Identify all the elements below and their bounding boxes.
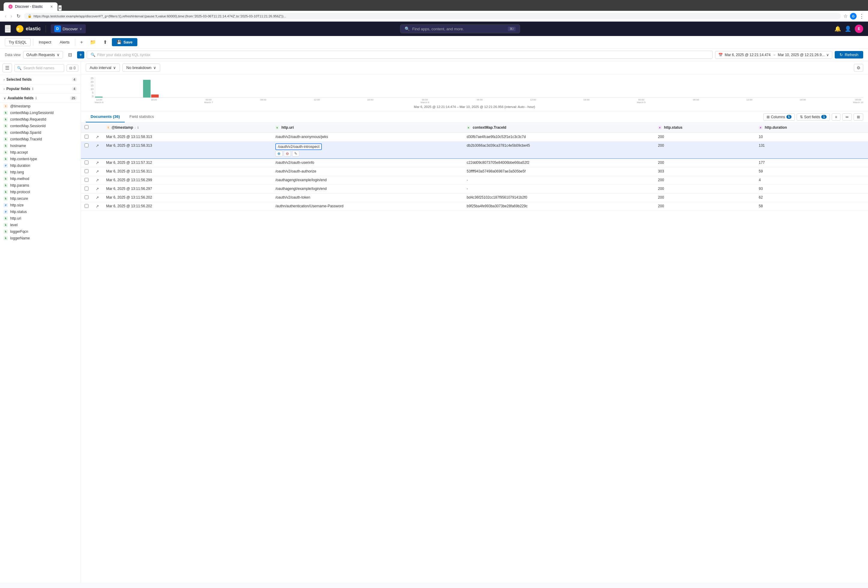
url-bar[interactable]: 🔒 https://logs.testcluster.example/app/d… bbox=[24, 13, 841, 19]
th-http-duration[interactable]: # http.duration bbox=[755, 123, 868, 133]
date-range-picker[interactable]: 📅 Mar 6, 2025 @ 12:21:14.474 → Mar 10, 2… bbox=[715, 51, 832, 59]
row-checkbox[interactable] bbox=[84, 195, 89, 199]
row-expand-button[interactable]: ↗ bbox=[96, 135, 99, 139]
share-button[interactable]: ⬆ bbox=[101, 38, 109, 46]
field-item[interactable]: k http.uri bbox=[0, 215, 81, 222]
row-checkbox[interactable] bbox=[84, 178, 89, 182]
browser-menu-button[interactable]: ⋮ bbox=[859, 13, 864, 19]
histogram-bar[interactable] bbox=[151, 95, 159, 98]
field-item[interactable]: # http.duration bbox=[0, 162, 81, 169]
notifications-icon[interactable]: 🔔 bbox=[834, 25, 841, 32]
row-checkbox[interactable] bbox=[84, 169, 89, 173]
th-http-status[interactable]: # http.status bbox=[654, 123, 755, 133]
browser-user-avatar[interactable]: G bbox=[850, 13, 856, 19]
forward-button[interactable]: › bbox=[9, 13, 13, 19]
save-button[interactable]: 💾 Save bbox=[112, 38, 137, 46]
field-type-icon: k bbox=[4, 111, 8, 115]
users-icon[interactable]: 👤 bbox=[844, 25, 851, 32]
field-item[interactable]: k loggerFqcn bbox=[0, 228, 81, 235]
field-filter-count-button[interactable]: ⊟ 0 bbox=[66, 65, 78, 72]
row-timestamp: Mar 6, 2025 @ 13:11:56.311 bbox=[103, 167, 272, 176]
row-expand-button[interactable]: ↗ bbox=[96, 204, 99, 208]
search-fields-input[interactable]: 🔍 Search field names bbox=[15, 64, 64, 72]
add-filter-button[interactable]: + bbox=[77, 51, 84, 59]
hamburger-menu[interactable]: ☰ bbox=[5, 25, 11, 33]
field-item[interactable]: k level bbox=[0, 222, 81, 228]
filter-options-button[interactable]: ⊟ bbox=[65, 50, 75, 59]
select-all-checkbox[interactable] bbox=[84, 125, 89, 129]
tab-documents[interactable]: Documents (36) bbox=[86, 111, 125, 123]
grid-settings-button[interactable]: ⊞ bbox=[853, 114, 863, 121]
bookmark-icon[interactable]: ☆ bbox=[843, 13, 847, 19]
field-item[interactable]: t @timestamp bbox=[0, 103, 81, 109]
field-item[interactable]: # http.status bbox=[0, 208, 81, 215]
reload-button[interactable]: ↻ bbox=[15, 13, 22, 19]
available-fields-header[interactable]: ∨ Available fields ℹ 25 bbox=[0, 94, 81, 103]
field-item[interactable]: k contextMap.LongSessionId bbox=[0, 109, 81, 116]
row-trace-id: b9f25ba4fe993ba3073be28fa69b229c bbox=[463, 202, 654, 211]
field-item[interactable]: k http.method bbox=[0, 176, 81, 182]
row-expand-button[interactable]: ↗ bbox=[96, 161, 99, 165]
histogram-bars[interactable] bbox=[95, 77, 863, 98]
field-item[interactable]: k contextMap.RequestId bbox=[0, 116, 81, 123]
fields-toggle-button[interactable]: ☰ bbox=[2, 64, 12, 72]
global-search-bar[interactable]: 🔍 Find apps, content, and more. ⌘/ bbox=[400, 24, 520, 33]
histogram-bar[interactable] bbox=[95, 97, 103, 98]
row-checkbox[interactable] bbox=[84, 204, 89, 208]
row-expand-button[interactable]: ↗ bbox=[96, 143, 99, 148]
field-item[interactable]: k http.secure bbox=[0, 195, 81, 202]
discover-nav-button[interactable]: D Discover ∨ bbox=[51, 24, 86, 33]
chart-settings-button[interactable]: ⚙ bbox=[854, 64, 863, 72]
selected-fields-header[interactable]: › Selected fields 4 bbox=[0, 75, 81, 84]
data-view-selector[interactable]: OAuth Requests ∨ bbox=[23, 51, 63, 59]
row-expand-button[interactable]: ↗ bbox=[96, 195, 99, 200]
browser-tab-active[interactable]: e Discover - Elastic × bbox=[4, 2, 58, 11]
row-checkbox[interactable] bbox=[84, 135, 89, 139]
field-item[interactable]: k http.content-type bbox=[0, 156, 81, 162]
field-type-icon: k bbox=[4, 216, 8, 220]
breakdown-selector[interactable]: No breakdown ∨ bbox=[123, 64, 160, 72]
refresh-button[interactable]: ↻ Refresh bbox=[835, 51, 863, 59]
field-name: hostname bbox=[10, 144, 77, 148]
row-height-button[interactable]: ≡ bbox=[832, 114, 840, 121]
columns-button[interactable]: ⊞ Columns 5 bbox=[763, 114, 795, 121]
tab-close-button[interactable]: × bbox=[50, 4, 53, 9]
add-to-dashboard-button[interactable]: + bbox=[78, 38, 85, 46]
row-action-inspect[interactable]: ✎ bbox=[292, 151, 299, 157]
new-tab-button[interactable]: + bbox=[58, 5, 62, 11]
open-folder-button[interactable]: 📁 bbox=[87, 38, 98, 46]
user-account-button[interactable]: E bbox=[855, 25, 863, 33]
back-button[interactable]: ‹ bbox=[4, 13, 7, 19]
field-item[interactable]: k contextMap.SpanId bbox=[0, 129, 81, 136]
field-item[interactable]: k http.lang bbox=[0, 169, 81, 176]
field-item[interactable]: k http.protocol bbox=[0, 189, 81, 195]
field-item[interactable]: # http.size bbox=[0, 202, 81, 208]
field-item[interactable]: k contextMap.SessionId bbox=[0, 123, 81, 129]
popular-fields-header[interactable]: › Popular fields ℹ 4 bbox=[0, 84, 81, 94]
row-checkbox[interactable] bbox=[84, 143, 89, 147]
tab-field-statistics[interactable]: Field statistics bbox=[125, 111, 159, 123]
row-action-plus[interactable]: ⊕ bbox=[275, 151, 282, 157]
row-expand-button[interactable]: ↗ bbox=[96, 178, 99, 182]
column-width-button[interactable]: ⇔ bbox=[842, 114, 852, 121]
th-timestamp[interactable]: t @timestamp ↓ ℹ bbox=[103, 123, 272, 133]
row-checkbox[interactable] bbox=[84, 187, 89, 191]
th-trace-id[interactable]: k contextMap.TraceId bbox=[463, 123, 654, 133]
row-expand-button[interactable]: ↗ bbox=[96, 169, 99, 174]
row-action-minus[interactable]: ⊖ bbox=[284, 151, 291, 157]
field-item[interactable]: k http.params bbox=[0, 182, 81, 189]
alerts-button[interactable]: Alerts bbox=[57, 38, 72, 46]
kql-filter-input[interactable]: 🔍 Filter your data using KQL syntax bbox=[87, 51, 713, 59]
field-item[interactable]: k loggerName bbox=[0, 235, 81, 241]
sort-fields-button[interactable]: ⇅ Sort fields 1 bbox=[797, 114, 830, 121]
interval-selector[interactable]: Auto interval ∨ bbox=[86, 64, 120, 72]
field-item[interactable]: k contextMap.TraceId bbox=[0, 136, 81, 142]
histogram-bar[interactable] bbox=[143, 80, 151, 98]
field-item[interactable]: k http.accept bbox=[0, 149, 81, 156]
try-esql-button[interactable]: Try ES|QL bbox=[5, 38, 31, 46]
th-http-uri[interactable]: k http.uri bbox=[272, 123, 463, 133]
row-checkbox[interactable] bbox=[84, 161, 89, 164]
row-expand-button[interactable]: ↗ bbox=[96, 187, 99, 191]
field-item[interactable]: k hostname bbox=[0, 142, 81, 149]
inspect-button[interactable]: Inspect bbox=[36, 38, 54, 46]
